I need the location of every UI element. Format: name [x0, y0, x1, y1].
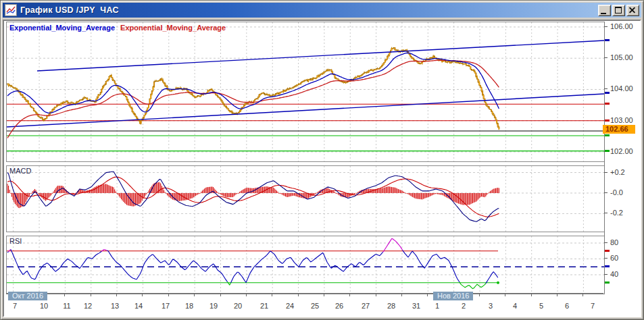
- date-axis-label: 24: [286, 302, 294, 310]
- rsi-axis-tick: [604, 242, 608, 243]
- price-axis-label: 102.00: [610, 147, 633, 155]
- date-axis-label: 13: [111, 302, 119, 310]
- rsi-axis-tick: [604, 258, 608, 259]
- rsi-axis-marker: [605, 265, 610, 267]
- date-axis-tick: [349, 294, 350, 296]
- price-axis-label: 103.00: [610, 116, 633, 124]
- date-axis-label: 28: [387, 302, 395, 310]
- date-axis-label: 6: [565, 302, 569, 310]
- date-axis-label: 19: [209, 302, 218, 310]
- date-axis-tick: [505, 294, 505, 296]
- rsi-axis-marker: [605, 282, 610, 284]
- date-axis-tick: [194, 294, 195, 296]
- chart-client-area: Exponential_Moving_Average Exponential_M…: [3, 20, 641, 317]
- month-badge: Нов 2016: [433, 292, 473, 300]
- close-button[interactable]: [626, 5, 639, 16]
- rsi-panel[interactable]: RSI: [6, 236, 605, 294]
- price-panel[interactable]: Exponential_Moving_Average Exponential_M…: [6, 22, 605, 162]
- ema-label-slow: Exponential_Moving_Average: [120, 24, 226, 32]
- price-axis-label: 106.00: [610, 22, 633, 30]
- macd-label: MACD: [9, 167, 31, 175]
- price-axis-label: 105.00: [610, 53, 633, 61]
- date-axis-tick: [427, 294, 428, 296]
- macd-axis-label: -0.2: [610, 209, 623, 217]
- macd-axis-label: +0.2: [610, 168, 625, 176]
- close-icon: [627, 5, 639, 16]
- price-axis-marker: [605, 103, 610, 105]
- date-axis-label: 25: [311, 302, 319, 310]
- macd-chart-canvas[interactable]: [7, 166, 604, 232]
- date-axis-label: 4: [513, 302, 517, 310]
- price-axis-marker: [605, 39, 610, 41]
- macd-axis-tick: [604, 172, 608, 173]
- month-badge: Окт 2016: [8, 292, 47, 300]
- date-axis-tick: [220, 294, 221, 296]
- current-price-badge: 102.66: [603, 125, 635, 134]
- window-chart-icon: [5, 4, 17, 16]
- date-axis-label: 5: [539, 302, 543, 310]
- indicator-legend: Exponential_Moving_Average Exponential_M…: [9, 24, 226, 32]
- date-axis-label: 7: [591, 302, 595, 310]
- macd-axis-tick: [604, 192, 608, 193]
- rsi-axis-tick: [604, 274, 608, 275]
- date-axis-tick: [401, 294, 402, 296]
- date-axis-label: 3: [489, 302, 493, 310]
- rsi-chart-canvas[interactable]: [7, 236, 604, 294]
- date-axis-label: 26: [335, 302, 343, 310]
- date-axis-tick: [272, 294, 272, 296]
- price-chart-canvas[interactable]: [7, 22, 604, 161]
- date-axis-tick: [376, 294, 376, 296]
- rsi-axis-marker: [605, 250, 610, 252]
- rsi-label: RSI: [9, 237, 22, 245]
- date-axis-label: 11: [63, 302, 70, 310]
- date-axis-label: 14: [134, 302, 143, 310]
- macd-panel[interactable]: MACD: [6, 165, 605, 232]
- rsi-axis-label: 60: [610, 254, 618, 262]
- date-axis-label: 31: [412, 302, 420, 310]
- price-axis-tick: [604, 57, 608, 58]
- date-axis-tick: [168, 294, 169, 296]
- price-axis-marker: [605, 134, 610, 136]
- rsi-axis-label: 80: [610, 238, 618, 246]
- macd-axis-label: -0.0: [610, 188, 623, 196]
- date-axis-tick: [91, 294, 91, 296]
- date-axis-tick: [479, 294, 480, 296]
- price-axis-tick: [604, 88, 608, 89]
- date-axis-label: 17: [162, 302, 170, 310]
- chart-window: График USD /JPY ЧАС Exponential_Moving_A…: [0, 0, 644, 320]
- price-axis-marker: [605, 150, 610, 152]
- price-axis-label: 104.00: [610, 84, 633, 92]
- minimize-button[interactable]: [598, 5, 611, 16]
- date-axis-tick: [246, 294, 247, 296]
- y-axis-spine: [604, 22, 605, 294]
- x-axis-line: [6, 293, 603, 294]
- maximize-icon: [615, 7, 622, 14]
- maximize-button[interactable]: [612, 5, 625, 16]
- ema-label-fast: Exponential_Moving_Average: [9, 24, 115, 32]
- date-axis-tick: [116, 294, 117, 296]
- date-axis-label: 20: [234, 302, 242, 310]
- price-axis-marker: [605, 92, 610, 94]
- date-axis-label: 10: [40, 302, 48, 310]
- date-axis-label: 12: [84, 302, 92, 310]
- title-bar[interactable]: График USD /JPY ЧАС: [3, 3, 641, 18]
- date-axis-tick: [324, 294, 324, 296]
- date-axis-label: 27: [362, 302, 370, 310]
- date-axis-tick: [298, 294, 299, 296]
- minimize-icon: [601, 13, 606, 14]
- date-axis-label: 2: [462, 302, 466, 310]
- macd-axis-tick: [604, 213, 608, 213]
- date-axis-tick: [64, 294, 65, 296]
- price-axis-marker: [605, 119, 610, 122]
- date-axis-tick: [557, 294, 558, 296]
- date-axis-tick: [531, 294, 532, 296]
- date-axis-label: 21: [260, 302, 268, 310]
- rsi-axis-label: 40: [610, 270, 618, 278]
- date-axis-tick: [142, 294, 143, 296]
- price-axis-tick: [604, 26, 608, 27]
- date-axis-label: 7: [13, 302, 17, 310]
- window-title: График USD /JPY ЧАС: [20, 5, 597, 15]
- date-axis-label: 1: [435, 302, 439, 310]
- date-axis-tick: [583, 294, 583, 296]
- date-axis-label: 18: [185, 302, 193, 310]
